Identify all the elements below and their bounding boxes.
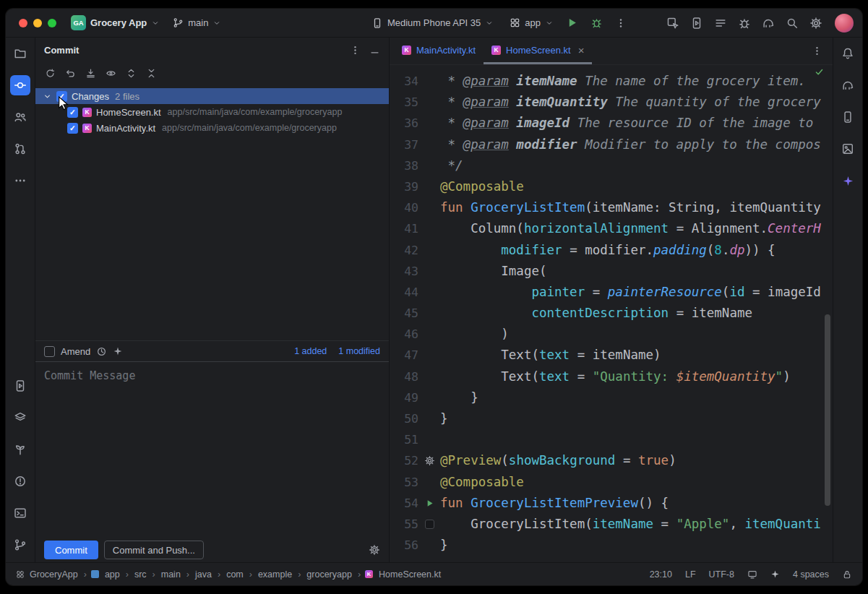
breadcrumb-item[interactable]: groceryapp bbox=[305, 569, 353, 580]
kebab-menu-icon bbox=[350, 45, 361, 56]
changes-row[interactable]: Changes 2 files bbox=[35, 88, 389, 104]
sidebar-item-notifications[interactable] bbox=[838, 43, 858, 64]
refresh-changes-button[interactable] bbox=[41, 64, 59, 82]
tab-options-button[interactable] bbox=[808, 43, 825, 60]
run-preview-gutter-slot[interactable] bbox=[418, 499, 440, 508]
changes-label: Changes bbox=[72, 91, 109, 102]
sidebar-item-app-inspection[interactable] bbox=[10, 439, 30, 460]
expand-all-button[interactable] bbox=[122, 64, 139, 82]
indent-indicator[interactable]: 4 spaces bbox=[793, 569, 829, 580]
commit-button[interactable]: Commit bbox=[44, 541, 98, 559]
project-widget[interactable]: GA Grocery App bbox=[68, 13, 163, 33]
line-number: 56 bbox=[390, 535, 418, 556]
run-config-selector[interactable]: app bbox=[507, 15, 557, 30]
line-number: 49 bbox=[390, 387, 418, 408]
chevron-down-icon[interactable] bbox=[43, 92, 52, 101]
commit-panel-options-button[interactable] bbox=[350, 45, 361, 56]
collapse-all-button[interactable] bbox=[142, 64, 160, 82]
gear-gutter-slot[interactable] bbox=[418, 455, 440, 466]
file-row[interactable]: K MainActivity.kt app/src/main/java/com/… bbox=[35, 120, 389, 136]
hide-panel-button[interactable] bbox=[369, 45, 380, 56]
code-lines: 34 * @param itemName The name of the gro… bbox=[390, 71, 833, 556]
rollback-button[interactable] bbox=[61, 64, 79, 82]
file-path: app/src/main/java/com/example/groceryapp bbox=[168, 107, 343, 117]
file-checkbox[interactable] bbox=[67, 107, 78, 118]
preview-device-gutter-slot[interactable] bbox=[418, 520, 440, 529]
breadcrumb-item[interactable]: main bbox=[160, 569, 182, 580]
inspection-ok-icon[interactable] bbox=[815, 67, 824, 77]
device-selector[interactable]: Medium Phone API 35 bbox=[369, 15, 497, 31]
commit-and-push-button[interactable]: Commit and Push... bbox=[104, 541, 204, 559]
readonly-toggle-button[interactable] bbox=[842, 569, 852, 580]
kebab-menu-icon bbox=[615, 17, 627, 29]
breadcrumb-item[interactable]: java bbox=[194, 569, 213, 580]
sidebar-item-running-devices[interactable] bbox=[10, 376, 30, 396]
user-avatar[interactable] bbox=[835, 14, 854, 33]
sidebar-item-structure[interactable] bbox=[10, 107, 30, 127]
breadcrumb-item[interactable]: com bbox=[225, 569, 245, 580]
sidebar-item-gemini[interactable] bbox=[838, 171, 858, 191]
branch-widget[interactable]: main bbox=[170, 15, 224, 30]
branch-name: main bbox=[188, 17, 208, 28]
editor-scrollbar[interactable] bbox=[825, 314, 830, 506]
sidebar-item-resource-manager[interactable] bbox=[838, 139, 858, 159]
minimize-window-button[interactable] bbox=[33, 19, 42, 27]
show-diff-button[interactable] bbox=[102, 64, 119, 82]
editor-status-button[interactable] bbox=[747, 569, 757, 580]
sidebar-item-more[interactable] bbox=[10, 171, 30, 191]
line-number: 34 bbox=[390, 71, 418, 92]
layout-inspector-button[interactable] bbox=[666, 17, 679, 30]
close-tab-icon[interactable]: × bbox=[578, 45, 585, 56]
running-devices-button[interactable] bbox=[690, 17, 703, 30]
breadcrumb-item[interactable]: example bbox=[257, 569, 293, 580]
changes-checkbox[interactable] bbox=[56, 91, 67, 102]
sidebar-item-build-variants[interactable] bbox=[10, 408, 30, 428]
plant-icon bbox=[14, 443, 27, 456]
file-checkbox[interactable] bbox=[67, 123, 78, 134]
search-everywhere-button[interactable] bbox=[786, 17, 799, 30]
run-button[interactable] bbox=[562, 14, 581, 33]
amend-checkbox[interactable] bbox=[44, 346, 55, 357]
sidebar-item-gradle[interactable] bbox=[838, 75, 858, 95]
ai-assistant-status-button[interactable] bbox=[770, 569, 780, 579]
app-quality-insights-button[interactable] bbox=[738, 17, 751, 30]
sidebar-item-project[interactable] bbox=[10, 43, 30, 64]
gradle-sync-button[interactable] bbox=[762, 17, 775, 30]
sidebar-item-commit[interactable] bbox=[10, 75, 30, 95]
shelve-button[interactable] bbox=[82, 64, 99, 82]
commit-history-button[interactable] bbox=[96, 346, 107, 357]
code-editor[interactable]: 34 * @param itemName The name of the gro… bbox=[390, 65, 833, 562]
generate-commit-message-button[interactable] bbox=[113, 346, 123, 356]
tab-mainactivity[interactable]: K MainActivity.kt bbox=[394, 38, 484, 64]
folder-icon bbox=[14, 47, 27, 60]
settings-button[interactable] bbox=[809, 17, 822, 30]
debug-button[interactable] bbox=[587, 14, 606, 33]
phone-icon bbox=[841, 111, 854, 124]
chevron-down-icon bbox=[545, 19, 554, 27]
run-config-icon bbox=[510, 17, 520, 28]
sidebar-item-device-manager[interactable] bbox=[838, 107, 858, 127]
tab-homescreen[interactable]: K HomeScreen.kt × bbox=[484, 38, 592, 64]
commit-icon bbox=[14, 79, 27, 92]
encoding-indicator[interactable]: UTF-8 bbox=[709, 569, 734, 580]
line-separator-indicator[interactable]: LF bbox=[685, 569, 696, 580]
caret-position[interactable]: 23:10 bbox=[650, 569, 672, 580]
zoom-window-button[interactable] bbox=[48, 19, 56, 27]
sidebar-item-terminal[interactable] bbox=[10, 503, 30, 523]
file-row[interactable]: K HomeScreen.kt app/src/main/java/com/ex… bbox=[35, 104, 389, 120]
commit-options-button[interactable] bbox=[369, 544, 380, 556]
breadcrumb-item[interactable]: src bbox=[133, 569, 148, 580]
commit-message-input[interactable]: Commit Message bbox=[35, 361, 389, 538]
code-text: GroceryListItem(itemName = "Apple", item… bbox=[440, 514, 821, 535]
line-number: 43 bbox=[390, 261, 418, 282]
sidebar-item-problems[interactable] bbox=[10, 471, 30, 491]
close-window-button[interactable] bbox=[19, 19, 27, 27]
sidebar-item-pull-requests[interactable] bbox=[10, 139, 30, 159]
breadcrumb-item[interactable]: GroceryApp bbox=[28, 569, 80, 580]
commit-panel-title: Commit bbox=[44, 45, 79, 56]
sidebar-item-version-control[interactable] bbox=[10, 535, 30, 555]
logcat-button[interactable] bbox=[714, 17, 727, 30]
more-actions-button[interactable] bbox=[611, 14, 630, 33]
breadcrumb-item[interactable]: HomeScreen.kt bbox=[377, 569, 442, 580]
breadcrumb-item[interactable]: app bbox=[103, 569, 121, 580]
